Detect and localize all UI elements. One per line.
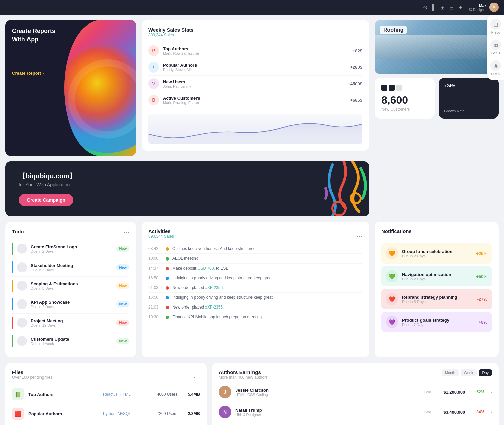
campaign-subtitle: for Your Web Application [19,182,76,187]
reports-content: Create ReportsWith App Create Report › [5,20,136,82]
todo-avatar [17,299,27,309]
bottom-row: Todo ⋯ Create FireStone Logo Due in 2 Da… [5,222,499,357]
todo-due: Due in 5 Days [31,286,116,290]
right-panel: ◫ Prebu ▦ Get H ◉ Buy N [487,15,504,80]
earnings-title: Authors Earnings [219,369,268,375]
activity-link[interactable]: #XF-2356. [205,305,224,310]
notification-due: Due In 2 Days [402,254,472,258]
create-report-arrow: › [42,70,44,76]
stat-icon: ✈ [148,62,159,73]
todo-menu[interactable]: ⋯ [123,228,129,236]
panel-item-prebu[interactable]: ◫ Prebu [490,19,501,34]
tab-month[interactable]: Month [442,369,459,376]
file-icon: 📗 [12,388,24,400]
file-name: Popular Authors [28,411,99,416]
stat-sub: Mark, Rowling, Esther [163,51,353,55]
todo-info: KPI App Showcase Due in 2 Days [31,300,116,309]
todo-due: Due in 12 Days [31,323,116,327]
author-detail-arrow[interactable]: › [490,389,492,395]
files-card: Files Over 100 pending files ⋯ 📗 Top Aut… [5,363,207,425]
activity-items-container: 08:42 Outlines keep you honest. And keep… [148,244,362,322]
svg-rect-0 [375,35,499,59]
activity-text: Finance KPI Mobile app launch preparion … [172,315,362,319]
list-item: 21:03 New order placed #XF-2356. [148,283,362,293]
list-item: 💚 Navigation optimization Due In 2 Days … [381,266,492,286]
user-info[interactable]: Max UX Designer M [467,3,499,12]
create-campaign-button[interactable]: Create Campaign [19,194,73,206]
svg-line-2 [390,35,499,59]
activity-link[interactable]: USD 700. [198,266,215,271]
notification-icon: 💜 [386,316,398,328]
middle-stats-row: 8,600 New Customers +24% Growth Rate [375,78,499,119]
author-paid-label: Paid [424,390,431,394]
activity-link[interactable]: #XF-2356. [205,285,224,290]
panel-icon-geth: ▦ [490,40,501,50]
notification-icon: 💚 [386,270,398,282]
author-name: Jessie Clarcson [235,388,419,393]
todo-due: Due in 2 Days [31,249,116,253]
nc-icon-dark [381,85,387,91]
notification-name: Navigation optimization [402,272,472,277]
grid-icon[interactable]: ⊞ [440,4,445,11]
campaign-title: 【biqubiqu.com】 [19,172,76,181]
file-items-container: 📗 Top Authors ReactJs, HTML 4600 Users 5… [12,385,200,425]
activities-menu[interactable]: ⋯ [356,233,362,240]
activity-time: 21:03 [148,305,162,310]
notification-icon: ❤️ [386,293,398,305]
stat-icon: B [148,95,159,105]
layout-icon[interactable]: ⊟ [449,4,454,11]
panel-item-geth[interactable]: ▦ Get H [490,40,501,55]
activity-time: 16:50 [148,295,162,300]
todo-badge: New [116,246,129,252]
table-row: 📗 Top Authors ReactJs, HTML 4600 Users 5… [12,385,200,404]
campaign-banner: 【biqubiqu.com】 for Your Web Application … [5,161,369,216]
notification-info: Rebrand strategy planning Due In 5 Days [402,295,473,304]
file-name: Top Authors [28,392,99,397]
user-avatar[interactable]: M [489,3,499,12]
notifications-menu[interactable]: ⋯ [486,230,492,238]
list-item: ❤️ Rebrand strategy planning Due In 5 Da… [381,289,492,309]
todo-info: Scoping & Estimations Due in 5 Days [31,281,116,290]
todo-card: Todo ⋯ Create FireStone Logo Due in 2 Da… [5,222,136,357]
author-change: -34% [469,410,484,414]
stat-row: ✈ Popular Authors Randy, Steve, Mike +28… [148,59,362,76]
activity-dot [166,277,169,280]
author-amount: $1,200,000 [435,390,465,395]
author-avatar: N [219,406,231,418]
stat-info: Top Authors Mark, Rowling, Esther [163,46,353,55]
roofing-label: Roofing [380,26,407,34]
notification-name: Rebrand strategy planning [402,295,473,300]
file-tags: ReactJs, HTML [103,392,147,397]
brightness-icon[interactable]: ✦ [458,4,463,11]
todo-priority-bar [12,280,13,292]
todo-badge: New [116,320,129,326]
author-name: Natali Trump [235,408,419,413]
activity-time: 10:30 [148,315,162,319]
files-row: Files Over 100 pending files ⋯ 📗 Top Aut… [5,363,499,425]
activity-time: 10:00 [148,256,162,261]
activities-card: Activities 890,344 Sales ⋯ 08:42 Outline… [142,222,369,357]
activity-text: Outlines keep you honest. And keep struc… [172,246,362,251]
file-users: 7200 Users [151,411,177,416]
stat-sub: John, Pat, Jimmy [163,84,348,88]
author-items-container: J Jessie Clarcson HTML, CSS Coding Paid … [219,382,492,425]
panel-icon-buyn: ◉ [490,60,501,71]
activity-dot [166,267,169,270]
author-detail-arrow[interactable]: › [490,409,492,415]
files-menu[interactable]: ⋯ [194,374,200,381]
tab-week[interactable]: Week [461,369,477,376]
tab-day[interactable]: Day [479,369,492,376]
todo-priority-bar [12,317,13,329]
weekly-stats-menu[interactable]: ⋯ [356,27,362,34]
panel-label-geth: Get H [491,51,500,55]
notification-value: +50% [476,274,487,279]
search-icon[interactable]: ⊙ [423,4,427,11]
signal-icon: ▌ [432,4,436,10]
file-tags: Python, MySQL [103,411,147,416]
activity-text: Make deposit USD 700. to ESL [172,266,362,271]
panel-item-buyn[interactable]: ◉ Buy N [490,60,501,76]
stat-info: New Users John, Pat, Jimmy [163,79,348,88]
new-customers-count: 8,600 [381,94,428,106]
create-report-link[interactable]: Create Report › [12,70,129,76]
table-row: K Kevin Leonard Art Director Paid $35,60… [219,422,492,425]
